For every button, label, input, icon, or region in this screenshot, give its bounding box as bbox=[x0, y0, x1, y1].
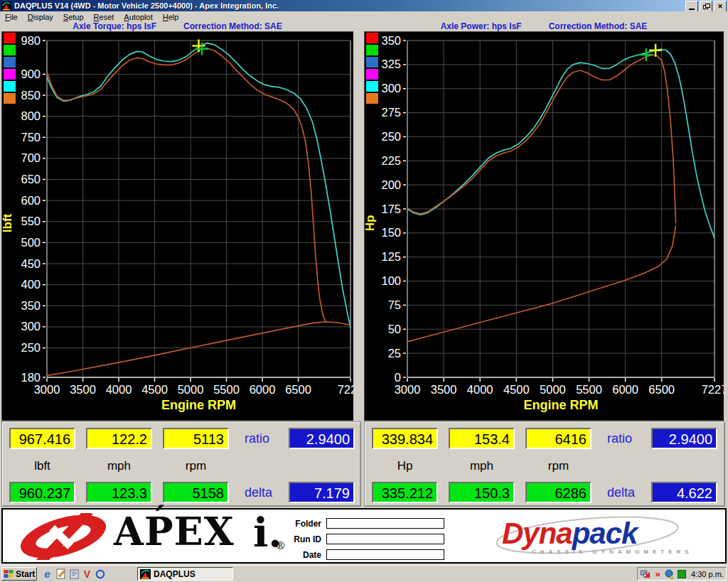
task-button-label: DAQPLUS bbox=[154, 569, 196, 579]
power-readout-panel: 339.834 153.4 6416 ratio 2.9400 Hp mph r… bbox=[364, 421, 725, 507]
document-icon[interactable] bbox=[68, 568, 80, 580]
date-input[interactable] bbox=[326, 549, 444, 560]
y-tick-label: 225 bbox=[381, 154, 401, 167]
torque-chart[interactable]: 9809008508007507006506005505004504003503… bbox=[1, 31, 353, 421]
correction-method-label: Correction Method: SAE bbox=[549, 21, 648, 31]
status-green-icon[interactable] bbox=[677, 569, 687, 579]
logo-strip: APEX ´ i. ® Folder Run ID Date Dynapack … bbox=[1, 508, 727, 564]
power-unit-label: Hp bbox=[372, 459, 438, 473]
delta-value: 7.179 bbox=[289, 482, 355, 503]
internet-explorer-icon[interactable]: e bbox=[41, 568, 53, 580]
y-tick-label: 250 bbox=[21, 341, 41, 354]
start-button[interactable]: Start bbox=[1, 567, 37, 581]
rpm-cursor-value: 5113 bbox=[163, 428, 229, 449]
media-app-icon[interactable]: V bbox=[81, 568, 93, 580]
y-tick-label: 550 bbox=[21, 215, 41, 227]
rpm-cursor2-value: 6286 bbox=[525, 482, 592, 503]
menu-setup[interactable]: Setup bbox=[58, 12, 89, 22]
y-tick-label: 600 bbox=[21, 194, 41, 207]
dynapack-logo-text: Dynapack bbox=[502, 517, 637, 551]
window-title: DAQPLUS V14 (4WD - Motor Vehicle 2500+40… bbox=[14, 1, 279, 10]
delta-label: delta bbox=[245, 485, 287, 500]
ratio-label: ratio bbox=[245, 431, 287, 446]
trace-color-swatch bbox=[4, 33, 16, 43]
apex-logo-emblem bbox=[16, 513, 112, 560]
minimize-button[interactable] bbox=[685, 1, 698, 12]
y-tick-label: 980 bbox=[21, 34, 41, 47]
x-tick-label: 6000 bbox=[250, 383, 276, 396]
x-tick-label: 3000 bbox=[34, 383, 60, 396]
fast-forward-icon[interactable]: » bbox=[653, 569, 663, 579]
speed-cursor2-value: 150.3 bbox=[449, 482, 515, 503]
y-tick-label: 180 bbox=[21, 371, 41, 384]
x-tick-label: 6500 bbox=[648, 383, 675, 396]
y-tick-label: 450 bbox=[21, 257, 41, 270]
torque-lower-trace-orange bbox=[47, 322, 350, 376]
folder-label: Folder bbox=[286, 519, 321, 529]
rpm-unit-label: rpm bbox=[163, 459, 229, 473]
power-chart[interactable]: 3503253002752502252001751501251007550250… bbox=[364, 31, 724, 421]
run-id-input[interactable] bbox=[326, 534, 444, 544]
trace-color-swatch bbox=[4, 69, 16, 80]
y-axis-title: lbft bbox=[1, 213, 14, 232]
delta-value: 4.622 bbox=[651, 482, 717, 503]
rpm-cursor-value: 6416 bbox=[525, 428, 592, 449]
x-tick-label: 5000 bbox=[540, 383, 566, 396]
network-disconnected-icon[interactable] bbox=[641, 569, 651, 579]
trace-color-swatch bbox=[366, 93, 378, 104]
rpm-unit-label: rpm bbox=[525, 459, 592, 473]
trace-color-swatch bbox=[366, 45, 378, 55]
speed-unit-label: mph bbox=[449, 459, 515, 473]
torque-chart-title: Axle Torque: hps IsF bbox=[73, 21, 156, 31]
x-tick-label: 6500 bbox=[285, 383, 311, 396]
page-pencil-icon[interactable] bbox=[55, 568, 67, 580]
y-tick-label: 350 bbox=[381, 34, 401, 47]
y-tick-label: 100 bbox=[381, 274, 401, 287]
y-tick-label: 175 bbox=[381, 203, 401, 215]
y-tick-label: 850 bbox=[21, 89, 41, 102]
ratio-value: 2.9400 bbox=[651, 428, 717, 449]
power-lower-trace-orange bbox=[407, 225, 676, 342]
start-label: Start bbox=[16, 569, 35, 579]
y-tick-label: 750 bbox=[21, 131, 41, 144]
globe-alert-icon[interactable] bbox=[665, 569, 675, 579]
trace-color-swatch bbox=[4, 57, 16, 68]
messenger-icon[interactable] bbox=[94, 568, 106, 580]
folder-input[interactable] bbox=[326, 518, 444, 529]
ratio-value: 2.9400 bbox=[289, 428, 355, 449]
menu-display[interactable]: Display bbox=[23, 12, 58, 22]
apex-logo-accent: ´ bbox=[150, 501, 166, 539]
taskbar: Start e V DAQPLUS bbox=[0, 565, 728, 582]
trace-color-swatch bbox=[366, 81, 378, 92]
y-tick-label: 500 bbox=[21, 236, 41, 249]
title-bar: DAQPLUS V14 (4WD - Motor Vehicle 2500+40… bbox=[0, 0, 728, 11]
trace-color-swatch bbox=[4, 45, 16, 55]
menu-help[interactable]: Help bbox=[158, 12, 184, 22]
desktop: DAQPLUS V14 (4WD - Motor Vehicle 2500+40… bbox=[0, 0, 728, 582]
menu-autoplot[interactable]: Autoplot bbox=[119, 12, 157, 22]
x-tick-label: 4500 bbox=[503, 383, 530, 396]
apex-logo-text: APEX bbox=[114, 510, 235, 553]
taskbar-daqplus-button[interactable]: DAQPLUS bbox=[137, 567, 233, 581]
power-chart-title: Axle Power: hps IsF bbox=[441, 21, 522, 31]
menu-file[interactable]: File bbox=[0, 12, 23, 22]
registered-mark: ® bbox=[275, 539, 286, 552]
power-trace-orange bbox=[407, 55, 676, 223]
power-cursor2-value: 335.212 bbox=[372, 482, 438, 503]
torque-unit-label: lbft bbox=[9, 459, 75, 473]
y-tick-label: 75 bbox=[388, 298, 401, 311]
speed-unit-label: mph bbox=[86, 459, 152, 473]
close-button[interactable]: ✕ bbox=[714, 1, 727, 12]
taskbar-clock: 4:30 p.m. bbox=[691, 570, 724, 578]
trace-color-swatch bbox=[4, 81, 16, 92]
y-tick-label: 250 bbox=[381, 130, 401, 143]
y-tick-label: 150 bbox=[381, 226, 401, 239]
x-tick-label: 4500 bbox=[141, 383, 168, 396]
run-id-label: Run ID bbox=[286, 534, 321, 544]
restore-button[interactable] bbox=[700, 1, 712, 12]
app-icon bbox=[1, 1, 11, 11]
x-tick-label: 3500 bbox=[431, 383, 457, 396]
ratio-label: ratio bbox=[607, 431, 650, 446]
menu-reset[interactable]: Reset bbox=[89, 12, 119, 22]
dynapack-tagline: CHASSIS DYNAMOMETERS bbox=[532, 549, 693, 555]
